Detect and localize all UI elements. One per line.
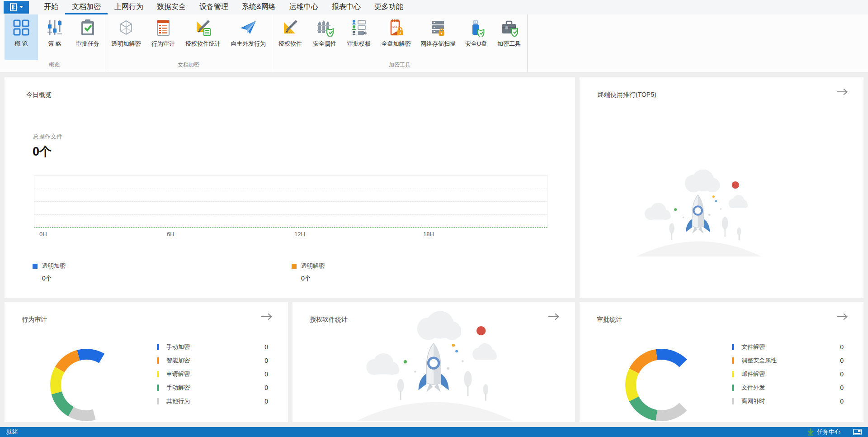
task-panel-icon[interactable] [853, 429, 862, 435]
arrow-right-icon[interactable] [548, 313, 560, 322]
grid-icon [12, 18, 31, 37]
download-arrow-icon[interactable] [807, 428, 814, 436]
legend-value: 0 [840, 357, 844, 364]
legend-row: 申请解密 0 [157, 371, 268, 377]
ribbon-button-policy[interactable]: 策 略 [38, 14, 71, 60]
toolbox-shield-icon [500, 18, 519, 37]
ribbon-group-document-encryption: 透明加解密 行为审计 [105, 14, 272, 72]
sliders-icon [45, 18, 64, 37]
ribbon-button-licensed-software-stats[interactable]: 授权软件统计 [180, 14, 226, 60]
legend-row: 文件外发 0 [732, 385, 844, 391]
rocket-empty-state-illustration [631, 168, 767, 256]
ribbon-button-encryption-toolbox[interactable]: 加密工具 [492, 14, 526, 60]
task-center-button[interactable]: 任务中心 [817, 428, 840, 436]
card-title: 行为审计 [22, 316, 47, 324]
arrow-right-icon[interactable] [836, 88, 848, 97]
menu-tabs: 开始 文档加密 上网行为 数据安全 设备管理 系统&网络 运维中心 报表中心 更… [37, 0, 410, 14]
ribbon-button-secure-usb[interactable]: 安全U盘 [460, 14, 492, 60]
ribbon-group-label: 概览 [5, 60, 104, 71]
legend-color-swatch [33, 264, 38, 269]
legend-value: 0 [840, 384, 844, 391]
tab-system-network[interactable]: 系统&网络 [235, 0, 283, 14]
card-licensed-software-stats: 授权软件统计 [292, 302, 575, 422]
arrow-right-icon[interactable] [836, 313, 848, 322]
fence-shield-icon [315, 18, 334, 37]
app-menu-button[interactable] [4, 1, 29, 14]
ribbon-button-label: 授权软件统计 [185, 40, 221, 48]
legend-value: 0 [264, 343, 268, 351]
tab-report-center[interactable]: 报表中心 [325, 0, 368, 14]
legend-value: 0 [264, 357, 268, 364]
legend-label: 调整安全属性 [741, 356, 840, 365]
ribbon-button-network-storage-scan[interactable]: 网络存储扫描 [416, 14, 460, 60]
tab-start[interactable]: 开始 [37, 0, 65, 14]
hourly-line-chart [34, 175, 547, 228]
x-tick: 0H [39, 231, 47, 238]
legend-color-bar [157, 371, 159, 377]
svg-text:SSD: SSD [392, 25, 399, 29]
rocket-empty-state-illustration [349, 309, 521, 421]
ribbon-button-self-outgoing-behavior[interactable]: 自主外发行为 [226, 14, 271, 60]
ribbon-button-approval-tasks[interactable]: 审批任务 [71, 14, 104, 60]
tab-more-features[interactable]: 更多功能 [368, 0, 410, 14]
legend-color-bar [157, 385, 159, 391]
ribbon: 概 览 策 略 [0, 14, 868, 72]
ribbon-group-overview: 概 览 策 略 [4, 14, 105, 72]
paper-plane-icon [239, 18, 258, 37]
ribbon-button-licensed-software[interactable]: 授权软件 [273, 14, 307, 60]
chevron-down-icon [19, 6, 23, 9]
legend-row: 手动加密 0 [157, 344, 268, 350]
legend-label: 手动解密 [166, 384, 264, 392]
legend-row: 其他行为 0 [157, 398, 268, 404]
ribbon-button-overview[interactable]: 概 览 [5, 14, 38, 60]
x-tick: 12H [294, 231, 305, 238]
ribbon-button-label: 全盘加解密 [382, 40, 411, 48]
ssd-lock-icon: SSD [387, 18, 406, 37]
ribbon-button-transparent-encrypt-decrypt[interactable]: 透明加解密 [106, 14, 146, 60]
menu-bar: 开始 文档加密 上网行为 数据安全 设备管理 系统&网络 运维中心 报表中心 更… [0, 0, 868, 14]
ribbon-group-encryption-tools: 授权软件 安全属性 [272, 14, 528, 72]
storage-lock-icon [429, 18, 448, 37]
legend-label: 手动加密 [166, 343, 264, 351]
ribbon-button-full-disk-encrypt-decrypt[interactable]: SSD 全盘加解密 [376, 14, 416, 60]
legend-value: 0 [264, 370, 268, 378]
legend-color-bar [157, 357, 159, 364]
x-axis-ticks: 0H 6H 12H 18H [34, 231, 547, 238]
ribbon-button-security-attributes[interactable]: 安全属性 [307, 14, 342, 60]
legend-transparent-encrypt: 透明加密 0个 [33, 262, 66, 283]
ribbon-button-label: 网络存储扫描 [420, 40, 456, 48]
legend-value: 0个 [42, 275, 66, 283]
tab-ops-center[interactable]: 运维中心 [283, 0, 325, 14]
tab-data-security[interactable]: 数据安全 [150, 0, 193, 14]
ribbon-button-label: 安全属性 [313, 40, 336, 48]
ribbon-button-label: 透明加解密 [112, 40, 141, 48]
legend-value: 0个 [301, 275, 325, 283]
cube-icon [117, 18, 136, 37]
approval-template-icon [349, 18, 368, 37]
ruler-pencil-stats-icon [193, 18, 212, 37]
tab-internet-behavior[interactable]: 上网行为 [108, 0, 150, 14]
legend-transparent-decrypt: 透明解密 0个 [292, 262, 325, 283]
ribbon-button-label: 加密工具 [497, 40, 521, 48]
x-tick: 18H [423, 231, 434, 238]
legend-color-swatch [292, 264, 297, 269]
behavior-audit-donut-chart [48, 347, 125, 423]
legend-value: 0 [840, 370, 844, 378]
ribbon-button-label: 授权软件 [278, 40, 302, 48]
legend-color-bar [732, 371, 734, 377]
tab-document-encryption[interactable]: 文档加密 [65, 0, 108, 14]
tab-device-management[interactable]: 设备管理 [193, 0, 235, 14]
legend-color-bar [732, 398, 734, 404]
usb-shield-icon [467, 18, 486, 37]
ribbon-group-label: 加密工具 [273, 60, 526, 71]
ribbon-button-approval-template[interactable]: 审批模板 [342, 14, 376, 60]
legend-value: 0 [264, 384, 268, 391]
legend-label: 其他行为 [166, 397, 264, 405]
x-tick: 6H [167, 231, 175, 238]
legend-row: 调整安全属性 0 [732, 357, 844, 364]
ribbon-button-behavior-audit[interactable]: 行为审计 [146, 14, 180, 60]
document-menu-icon [9, 2, 18, 12]
legend-row: 邮件解密 0 [732, 371, 844, 377]
approval-stats-legend: 文件解密 0 调整安全属性 0 邮件解密 0 文件外发 0 离网补时 0 [732, 344, 844, 412]
arrow-right-icon[interactable] [261, 313, 273, 322]
